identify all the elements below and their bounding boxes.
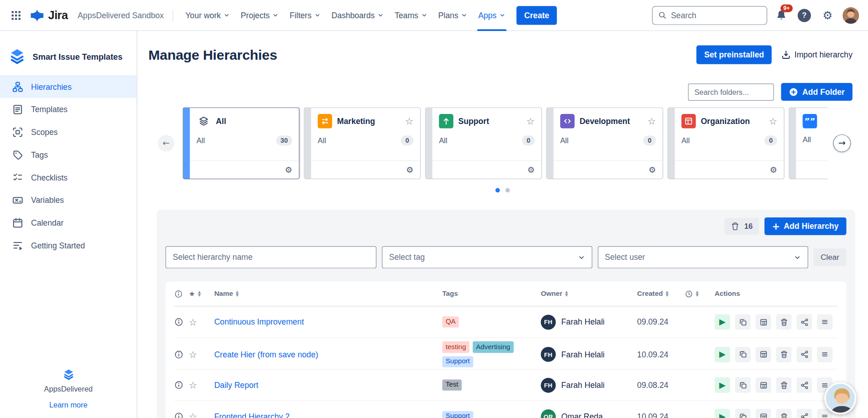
create-button[interactable]: Create	[516, 6, 557, 25]
copy-button[interactable]	[735, 409, 751, 418]
info-button[interactable]	[174, 381, 183, 389]
favorite-star-icon[interactable]: ☆	[405, 116, 414, 126]
folder-group-row[interactable]: All 0	[681, 135, 777, 145]
profile-button[interactable]	[842, 6, 860, 25]
nav-apps[interactable]: Apps	[473, 0, 511, 31]
nav-projects[interactable]: Projects	[235, 0, 284, 31]
sidebar-item-templates[interactable]: Templates	[0, 98, 137, 121]
folder-card-all[interactable]: All All 30 ⚙	[182, 107, 299, 179]
folder-group-row[interactable]: All 30	[197, 135, 292, 145]
carousel-dot[interactable]	[505, 188, 510, 193]
user-filter-select[interactable]: Select user	[598, 246, 808, 268]
favorite-star-button[interactable]: ☆	[189, 411, 198, 418]
folder-card-support[interactable]: Support ☆ All 0 ⚙	[425, 107, 542, 179]
jira-logo[interactable]: Jira	[26, 8, 73, 23]
nav-filters[interactable]: Filters	[284, 0, 326, 31]
table-view-button[interactable]	[756, 314, 771, 330]
run-button[interactable]: ▶	[715, 377, 730, 393]
copy-button[interactable]	[735, 314, 751, 330]
add-folder-button[interactable]: Add Folder	[781, 83, 852, 101]
folder-group-row[interactable]: All 0	[439, 135, 535, 145]
delete-button[interactable]	[776, 409, 791, 418]
share-button[interactable]	[796, 346, 812, 362]
hierarchy-link[interactable]: Create Hier (from save node)	[208, 350, 318, 359]
folder-settings-gear-icon[interactable]: ⚙	[527, 165, 535, 174]
favorite-star-icon[interactable]: ☆	[769, 116, 777, 126]
sidebar-item-calendar[interactable]: Calendar	[0, 212, 137, 234]
owner-column-header[interactable]: Owner▲▼	[528, 290, 624, 298]
chat-launcher[interactable]	[824, 382, 856, 414]
hierarchy-link[interactable]: Frontend Hierarchy 2	[208, 412, 290, 418]
more-menu-button[interactable]: ≡	[817, 346, 832, 362]
folder-settings-gear-icon[interactable]: ⚙	[406, 165, 413, 174]
favorite-column-header[interactable]: ★▲▼	[189, 290, 208, 298]
folder-group-row[interactable]: All 0	[560, 135, 656, 145]
run-button[interactable]: ▶	[715, 346, 730, 362]
folder-card-partial[interactable]: ”” All ⚙	[789, 107, 827, 179]
sidebar-item-getting-started[interactable]: Getting Started	[0, 234, 137, 257]
carousel-prev-button[interactable]: ←	[158, 135, 174, 151]
favorite-star-icon[interactable]: ☆	[648, 116, 656, 126]
created-column-header[interactable]: Created▲▼	[624, 290, 671, 298]
name-column-header[interactable]: Name▲▼	[208, 290, 429, 298]
last-run-column-header[interactable]: ▲▼	[671, 289, 702, 298]
import-hierarchy-button[interactable]: Import hierarchy	[782, 50, 852, 59]
sidebar-item-scopes[interactable]: Scopes	[0, 121, 137, 144]
folder-settings-gear-icon[interactable]: ⚙	[649, 165, 656, 174]
folder-card-organization[interactable]: Organization ☆ All 0 ⚙	[668, 107, 785, 179]
nav-dashboards[interactable]: Dashboards	[326, 0, 390, 31]
settings-button[interactable]: ⚙	[818, 6, 837, 25]
global-search[interactable]	[652, 6, 767, 25]
hierarchy-name-filter-input[interactable]	[166, 246, 376, 268]
run-button[interactable]: ▶	[715, 314, 730, 330]
nav-teams[interactable]: Teams	[389, 0, 433, 31]
nav-plans[interactable]: Plans	[433, 0, 473, 31]
folder-group-row[interactable]: All 0	[318, 135, 414, 145]
delete-button[interactable]	[776, 377, 791, 393]
more-menu-button[interactable]: ≡	[817, 314, 832, 330]
sidebar-item-checklists[interactable]: Checklists	[0, 166, 137, 189]
folder-settings-gear-icon[interactable]: ⚙	[285, 165, 292, 174]
notifications-button[interactable]: 9+	[772, 6, 790, 25]
share-button[interactable]	[796, 409, 812, 418]
folder-card-marketing[interactable]: Marketing ☆ All 0 ⚙	[304, 107, 421, 179]
folder-group-row[interactable]: All	[803, 135, 828, 144]
app-switcher-button[interactable]	[7, 6, 26, 25]
table-view-button[interactable]	[756, 346, 771, 362]
set-preinstalled-button[interactable]: Set preinstalled	[696, 46, 772, 64]
search-folders-input[interactable]	[688, 83, 774, 101]
learn-more-link[interactable]: Learn more	[49, 401, 88, 409]
hierarchy-link[interactable]: Daily Report	[208, 381, 258, 389]
delete-button[interactable]	[776, 346, 791, 362]
nav-your-work[interactable]: Your work	[180, 0, 235, 31]
add-hierarchy-button[interactable]: + Add Hierarchy	[764, 217, 847, 235]
favorite-star-button[interactable]: ☆	[189, 316, 198, 327]
delete-button[interactable]	[776, 314, 791, 330]
carousel-dot-active[interactable]	[495, 188, 500, 193]
search-input[interactable]	[671, 11, 761, 20]
table-view-button[interactable]	[756, 409, 771, 418]
help-button[interactable]: ?	[795, 6, 814, 25]
carousel-next-button[interactable]: →	[833, 134, 851, 152]
delete-selected-button[interactable]: 16	[724, 218, 759, 234]
info-button[interactable]	[174, 318, 183, 326]
favorite-star-icon[interactable]: ☆	[526, 116, 535, 126]
favorite-star-button[interactable]: ☆	[189, 349, 198, 360]
run-button[interactable]: ▶	[715, 409, 730, 418]
sidebar-item-tags[interactable]: Tags	[0, 143, 137, 166]
folder-card-development[interactable]: Development ☆ All 0 ⚙	[546, 107, 663, 179]
sidebar-item-hierarchies[interactable]: Hierarchies	[0, 75, 137, 98]
info-button[interactable]	[174, 412, 183, 418]
copy-button[interactable]	[735, 346, 751, 362]
favorite-star-button[interactable]: ☆	[189, 380, 198, 391]
folder-settings-gear-icon[interactable]: ⚙	[770, 165, 777, 174]
share-button[interactable]	[796, 377, 812, 393]
sidebar-item-variables[interactable]: Variables	[0, 189, 137, 212]
hierarchy-link[interactable]: Continuous Improvement	[208, 318, 304, 326]
table-view-button[interactable]	[756, 377, 771, 393]
tag-filter-select[interactable]: Select tag	[382, 246, 592, 268]
share-button[interactable]	[796, 314, 812, 330]
clear-filters-button[interactable]: Clear	[813, 248, 846, 266]
copy-button[interactable]	[735, 377, 751, 393]
info-button[interactable]	[174, 350, 183, 359]
